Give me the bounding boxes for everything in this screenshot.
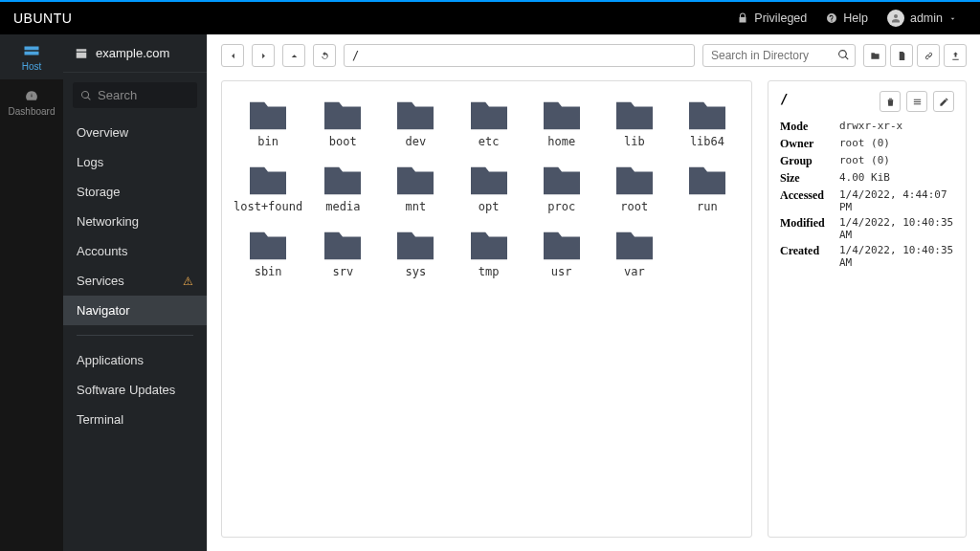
- nav-back-button[interactable]: [221, 44, 244, 67]
- sidebar-item-label: Networking: [77, 214, 139, 229]
- sidebar-item-accounts[interactable]: Accounts: [63, 236, 207, 266]
- new-file-button[interactable]: [890, 44, 913, 67]
- folder-label: proc: [547, 200, 575, 213]
- folder-icon: [612, 97, 657, 133]
- refresh-icon: [320, 51, 330, 61]
- folder-label: sbin: [255, 265, 282, 278]
- avatar: [887, 10, 904, 27]
- file-grid: binbootdevetchomeliblib64lost+foundmedia…: [221, 80, 752, 538]
- sidebar-item-applications[interactable]: Applications: [63, 345, 207, 375]
- sidebar-item-networking[interactable]: Networking: [63, 207, 207, 236]
- folder-item[interactable]: dev: [381, 93, 450, 152]
- folder-icon: [466, 227, 512, 263]
- path-input[interactable]: [344, 44, 695, 67]
- folder-icon: [320, 162, 366, 198]
- edit-button[interactable]: [933, 91, 954, 112]
- link-button[interactable]: [917, 44, 940, 67]
- details-key: Owner: [780, 135, 839, 152]
- folder-item[interactable]: media: [308, 158, 377, 217]
- folder-icon: [684, 97, 730, 133]
- folder-icon: [320, 227, 366, 263]
- sidebar-item-services[interactable]: Services⚠: [63, 266, 207, 296]
- hostname-row[interactable]: example.com: [63, 34, 207, 73]
- sidebar-item-label: Accounts: [77, 244, 127, 258]
- folder-label: lost+found: [234, 200, 302, 213]
- delete-button[interactable]: [880, 91, 901, 112]
- nav-up-button[interactable]: [282, 44, 305, 67]
- folder-item[interactable]: mnt: [381, 158, 450, 217]
- folder-item[interactable]: sbin: [232, 223, 304, 282]
- folder-item[interactable]: home: [527, 93, 596, 152]
- details-value: 4.00 KiB: [839, 169, 954, 187]
- folder-item[interactable]: srv: [308, 223, 377, 282]
- topbar: UBUNTU Privileged Help admin: [0, 0, 980, 34]
- details-key: Size: [780, 169, 839, 187]
- folder-item[interactable]: lost+found: [232, 158, 304, 217]
- folder-icon: [612, 227, 657, 263]
- folder-icon: [392, 162, 438, 198]
- sidebar-item-storage[interactable]: Storage: [63, 177, 207, 207]
- folder-item[interactable]: run: [673, 158, 742, 217]
- nav-forward-button[interactable]: [252, 44, 275, 67]
- folder-item[interactable]: var: [600, 223, 669, 282]
- folder-label: lib: [624, 135, 645, 148]
- folder-label: lib64: [690, 135, 724, 148]
- folder-item[interactable]: etc: [455, 93, 523, 152]
- sidebar-item-logs[interactable]: Logs: [63, 147, 207, 177]
- sidebar-item-label: Software Updates: [77, 383, 175, 397]
- sidebar-item-terminal[interactable]: Terminal: [63, 405, 207, 434]
- folder-item[interactable]: bin: [232, 93, 304, 152]
- folder-item[interactable]: opt: [455, 158, 523, 217]
- sidebar-item-navigator[interactable]: Navigator: [63, 296, 207, 325]
- sidemenu-search[interactable]: Search: [73, 82, 197, 108]
- folder-label: media: [325, 200, 360, 213]
- details-value: drwxr-xr-x: [839, 118, 954, 135]
- folder-icon: [245, 97, 291, 133]
- server-icon: [23, 44, 40, 57]
- rail-tab-host[interactable]: Host: [0, 34, 63, 79]
- rail-tab-dashboard[interactable]: Dashboard: [0, 79, 63, 124]
- folder-item[interactable]: usr: [527, 223, 596, 282]
- new-folder-button[interactable]: [863, 44, 886, 67]
- folder-item[interactable]: root: [600, 158, 669, 217]
- folder-label: home: [547, 135, 575, 148]
- sidebar-item-label: Storage: [77, 185, 121, 199]
- help-button[interactable]: Help: [816, 11, 878, 25]
- folder-item[interactable]: tmp: [455, 223, 523, 282]
- sidebar-item-software-updates[interactable]: Software Updates: [63, 375, 207, 405]
- window-icon: [75, 47, 88, 60]
- file-icon: [897, 51, 907, 61]
- details-key: Mode: [780, 118, 839, 135]
- details-row: Accessed1/4/2022, 4:44:07 PM: [780, 187, 954, 214]
- details-key: Group: [780, 152, 839, 169]
- folder-label: sys: [406, 265, 427, 278]
- folder-icon: [466, 97, 512, 133]
- list-button[interactable]: [906, 91, 927, 112]
- folder-item[interactable]: sys: [381, 223, 450, 282]
- folder-icon: [539, 227, 585, 263]
- sidebar-item-label: Terminal: [77, 412, 123, 427]
- details-row: Grouproot (0): [780, 152, 954, 169]
- folder-icon: [245, 227, 291, 263]
- brand: UBUNTU: [13, 11, 72, 26]
- directory-search-input[interactable]: [702, 44, 856, 67]
- arrow-up-icon: [289, 51, 300, 61]
- user-menu[interactable]: admin: [878, 10, 967, 27]
- privileged-indicator[interactable]: Privileged: [727, 11, 816, 25]
- sidebar-item-overview[interactable]: Overview: [63, 118, 207, 147]
- folder-item[interactable]: proc: [527, 158, 596, 217]
- arrow-left-icon: [228, 51, 238, 61]
- folder-item[interactable]: lib: [600, 93, 669, 152]
- details-value: 1/4/2022, 10:40:35 AM: [839, 214, 954, 242]
- folder-icon: [320, 97, 366, 133]
- left-rail: Host Dashboard: [0, 34, 63, 551]
- folder-item[interactable]: boot: [308, 93, 377, 152]
- upload-button[interactable]: [944, 44, 967, 67]
- folder-icon: [245, 162, 291, 198]
- folder-label: dev: [406, 135, 427, 148]
- folder-label: etc: [479, 135, 500, 148]
- refresh-button[interactable]: [313, 44, 336, 67]
- folder-icon: [392, 97, 438, 133]
- details-row: Size4.00 KiB: [780, 169, 954, 187]
- folder-item[interactable]: lib64: [673, 93, 742, 152]
